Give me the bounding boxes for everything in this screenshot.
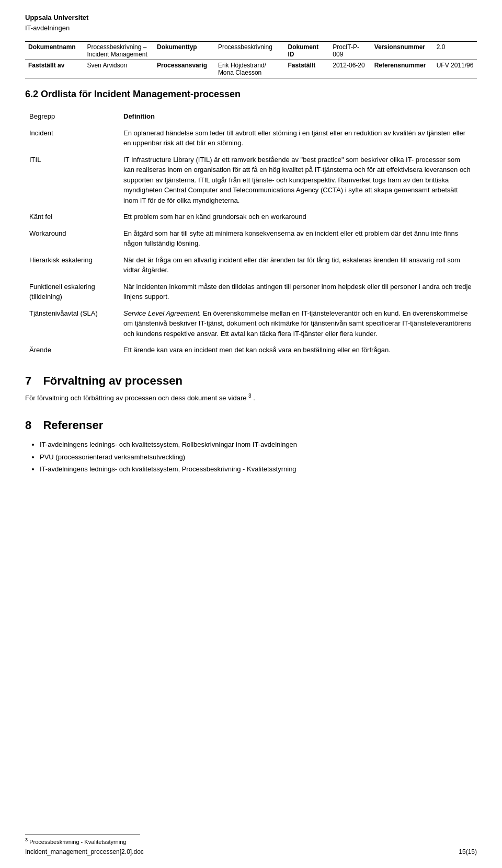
- footnote-num: 3: [25, 837, 28, 842]
- meta-table: Dokumentnamn Processbeskrivning – Incide…: [25, 41, 477, 78]
- glossary-table: Begrepp Definition IncidentEn oplanerad …: [25, 108, 477, 358]
- footer-bottom: Incident_management_processen[2.0].doc 1…: [25, 848, 477, 855]
- footer: 3 Processbeskrivning - Kvalitetsstyrning…: [25, 803, 477, 855]
- glossary-term: Incident: [25, 125, 119, 152]
- glossary-term: Funktionell eskalering (tilldelning): [25, 279, 119, 305]
- meta-row-2: Fastställt av Sven Arvidson Processansva…: [25, 60, 477, 78]
- meta-label-doctype: Dokumenttyp: [154, 42, 215, 60]
- glossary-body: IncidentEn oplanerad händelse som leder …: [25, 125, 477, 358]
- glossary-row: Hierarkisk eskaleringNär det är fråga om…: [25, 252, 477, 279]
- meta-label-faststallt: Fastställt: [285, 60, 330, 78]
- org-name: Uppsala Universitet: [25, 13, 88, 23]
- meta-label-version: Versionsnummer: [371, 42, 433, 60]
- meta-row-1: Dokumentnamn Processbeskrivning – Incide…: [25, 42, 477, 60]
- footer-page: 15(15): [459, 848, 477, 855]
- meta-label-docid: Dokument ID: [285, 42, 330, 60]
- meta-label-fastav: Fastställt av: [25, 60, 84, 78]
- glossary-row: Funktionell eskalering (tilldelning)När …: [25, 279, 477, 305]
- glossary-term: Känt fel: [25, 209, 119, 225]
- glossary-term: ITIL: [25, 152, 119, 209]
- glossary-header-row: Begrepp Definition: [25, 108, 477, 125]
- meta-label-processansv: Processansvarig: [154, 60, 215, 78]
- reference-item: IT-avdelningens lednings- och kvalitetss…: [40, 463, 477, 475]
- header-org: Uppsala Universitet IT-avdelningen: [25, 13, 477, 33]
- section7-superscript: 3: [248, 393, 252, 399]
- section7-text-end: .: [253, 394, 255, 402]
- references-list: IT-avdelningens lednings- och kvalitetss…: [25, 438, 477, 475]
- glossary-definition: En åtgärd som har till syfte att minimer…: [119, 225, 477, 252]
- org-department: IT-avdelningen: [25, 23, 88, 33]
- glossary-definition: En oplanerad händelse som leder till avb…: [119, 125, 477, 152]
- glossary-row: Tjänstenivåavtal (SLA)Service Level Agre…: [25, 305, 477, 342]
- glossary-term: Hierarkisk eskalering: [25, 252, 119, 279]
- meta-value-processansv: Erik Höjdestrand/ Mona Claesson: [215, 60, 285, 78]
- meta-value-docname: Processbeskrivning – Incident Management: [84, 42, 154, 60]
- glossary-term: Workaround: [25, 225, 119, 252]
- section7: 7 Förvaltning av processen För förvaltni…: [25, 374, 477, 403]
- meta-value-version: 2.0: [433, 42, 477, 60]
- section8-title-text: Referenser: [43, 419, 103, 432]
- footer-filename: Incident_management_processen[2.0].doc: [25, 848, 144, 855]
- footer-line: [25, 835, 140, 835]
- glossary-term: Ärende: [25, 342, 119, 358]
- section7-text-main: För förvaltning och förbättring av proce…: [25, 394, 246, 402]
- meta-value-faststallt: 2012-06-20: [329, 60, 371, 78]
- footnote-text: Processbeskrivning - Kvalitetsstyrning: [29, 839, 126, 845]
- meta-value-doctype: Processbeskrivning: [215, 42, 285, 60]
- glossary-col-term: Begrepp: [25, 108, 119, 125]
- section8: 8 Referenser IT-avdelningens lednings- o…: [25, 419, 477, 475]
- glossary-col-def: Definition: [119, 108, 477, 125]
- glossary-row: Känt felEtt problem som har en känd grun…: [25, 209, 477, 225]
- glossary-row: IncidentEn oplanerad händelse som leder …: [25, 125, 477, 152]
- meta-value-docid: ProcIT-P-009: [329, 42, 371, 60]
- glossary-definition: IT Infrastructure Library (ITIL) är ett …: [119, 152, 477, 209]
- section8-title: 8 Referenser: [25, 419, 477, 432]
- glossary-row: ÄrendeEtt ärende kan vara en incident me…: [25, 342, 477, 358]
- meta-label-refnum: Referensnummer: [371, 60, 433, 78]
- meta-label-docname: Dokumentnamn: [25, 42, 84, 60]
- reference-item: PVU (processorienterad verksamhetsutveck…: [40, 451, 477, 463]
- section8-num: 8: [25, 419, 31, 432]
- section6-title: 6.2 Ordlista för Incident Management-pro…: [25, 89, 477, 100]
- glossary-definition: När incidenten inkommit måste den tillde…: [119, 279, 477, 305]
- section7-title-text: Förvaltning av processen: [43, 374, 182, 387]
- glossary-definition: Ett ärende kan vara en incident men det …: [119, 342, 477, 358]
- glossary-term: Tjänstenivåavtal (SLA): [25, 305, 119, 342]
- page: Uppsala Universitet IT-avdelningen Dokum…: [0, 0, 502, 868]
- glossary-definition: Service Level Agreement. En överenskomme…: [119, 305, 477, 342]
- section7-num: 7: [25, 374, 31, 387]
- glossary-row: ITILIT Infrastructure Library (ITIL) är …: [25, 152, 477, 209]
- glossary-row: WorkaroundEn åtgärd som har till syfte a…: [25, 225, 477, 252]
- footnote: 3 Processbeskrivning - Kvalitetsstyrning: [25, 837, 477, 845]
- reference-item: IT-avdelningens lednings- och kvalitetss…: [40, 438, 477, 450]
- meta-value-fastav: Sven Arvidson: [84, 60, 154, 78]
- section7-title: 7 Förvaltning av processen: [25, 374, 477, 388]
- section7-text: För förvaltning och förbättring av proce…: [25, 392, 477, 403]
- meta-value-refnum: UFV 2011/96: [433, 60, 477, 78]
- glossary-definition: Ett problem som har en känd grundorsak o…: [119, 209, 477, 225]
- glossary-definition: När det är fråga om en allvarlig inciden…: [119, 252, 477, 279]
